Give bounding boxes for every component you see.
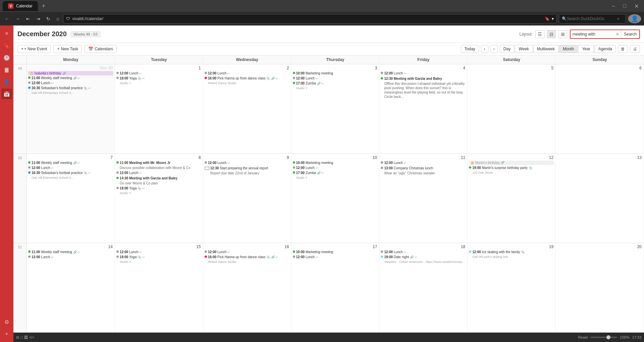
cal-day-dec11[interactable]: 11 12:00 Lunch ↩ 13:00 Company Christmas…	[379, 154, 468, 243]
event-lunch[interactable]: 12:00 Lunch ↩	[205, 250, 290, 254]
event-marketing[interactable]: 10:00 Marketing meeting	[293, 250, 378, 254]
event-lunch[interactable]: 12:00 Lunch ↩	[116, 171, 202, 175]
cal-day-dec18[interactable]: 18 12:00 Lunch ↩ 19:00 Date night 🔗 ↩Var…	[379, 243, 468, 332]
address-bar[interactable]: 🛡 vivaldi://calendar/ 🔖 ▾	[63, 14, 557, 23]
code-icon[interactable]: </>	[29, 335, 35, 339]
tab-multiweek[interactable]: Multiweek	[533, 45, 558, 53]
event-yoga[interactable]: 18:00 Yoga 📎 ↩Studio Y	[116, 186, 202, 195]
event-yoga[interactable]: 18:00 Yoga 📎 ↩Studio Y	[116, 255, 202, 264]
layout-list-button[interactable]: ⊟	[547, 30, 556, 38]
tab-year[interactable]: Year	[578, 45, 594, 53]
cal-day-dec6[interactable]: 6	[556, 64, 644, 154]
sidebar-item-contacts[interactable]: 👤	[1, 76, 12, 87]
event-lunch[interactable]: 12:00 Lunch ↩	[205, 71, 290, 76]
delete-button[interactable]: 🗑	[618, 45, 628, 53]
cal-day-dec16[interactable]: 16 12:00 Lunch ↩ 16:00 Pick Hanna up fro…	[203, 243, 291, 332]
calendars-button[interactable]: 📅 Calendars	[85, 45, 117, 53]
event-weekly-staff[interactable]: 11:00 Weekly staff meeting 🔗 ↩	[28, 76, 113, 80]
birthday-event[interactable]: 🎂 Isabella's birthday 🔗	[28, 71, 113, 75]
event-lunch[interactable]: 12:00 Lunch ↩	[28, 81, 113, 86]
search-button[interactable]: Search	[621, 30, 639, 38]
sidebar-item-calendar[interactable]: 📅	[1, 89, 12, 99]
new-tab-button[interactable]: +	[39, 1, 48, 11]
sidebar-item-tabs[interactable]: ≡	[1, 28, 12, 39]
event-weekly-staff[interactable]: 11:00 Weekly staff meeting 🔗 ↩	[28, 250, 113, 254]
event-xmas-lunch[interactable]: 13:00 Company Christmas lunch Wear an "u…	[381, 166, 466, 175]
event-lunch[interactable]: 12:00 Lunch ↩	[28, 166, 113, 170]
event-dance[interactable]: 16:00 Pick Hanna up from dance class 📎 🔗…	[205, 76, 290, 86]
event-marketing[interactable]: 10:00 Marketing meeting	[293, 161, 378, 165]
sidebar-item-notes[interactable]: 📋	[1, 64, 12, 75]
event-lunch[interactable]: 12:00 Lunch ↩	[381, 250, 466, 254]
cal-day-dec19[interactable]: 19 12:00 Ice skating with the family 📎Oa…	[468, 243, 556, 332]
birthday-event-martin[interactable]: 🎂 Martin's birthday 🔗	[469, 161, 554, 165]
new-event-button[interactable]: + + New Event	[17, 45, 51, 53]
cal-day-dec5[interactable]: 5	[468, 64, 556, 154]
back-button[interactable]: ←	[3, 15, 11, 23]
cal-day-dec2[interactable]: 2 12:00 Lunch ↩ 16:00 Pick Hanna up from…	[203, 64, 291, 154]
event-meeting-garzia[interactable]: 12:30 Meeting with Garzia and Baley Offl…	[381, 76, 466, 99]
sidebar-item-settings[interactable]: ⚙	[1, 317, 12, 327]
calendar-search-input[interactable]	[571, 31, 614, 37]
cal-day-dec12[interactable]: 12 🎂 Martin's birthday 🔗 19:00 Martin's …	[468, 154, 556, 243]
reset-label[interactable]: Reset	[578, 335, 588, 339]
tab-day[interactable]: Day	[500, 45, 514, 53]
maximize-button[interactable]: □	[620, 2, 629, 11]
cal-day-dec13[interactable]: 13	[556, 154, 644, 243]
event-lunch[interactable]: 12:00 Lunch ↩	[28, 255, 113, 260]
first-button[interactable]: ⇤	[24, 15, 32, 23]
layout-compact-button[interactable]: ☰	[535, 30, 544, 38]
event-football[interactable]: 16:30 Sebastian's football practice 📎 ↩O…	[28, 171, 113, 180]
event-zumba[interactable]: 17:00 Zumba 🔗 ↩Studio Y	[293, 171, 378, 180]
event-lunch[interactable]: 12:00 Lunch ↩	[293, 76, 378, 81]
minimize-button[interactable]: –	[609, 2, 618, 11]
browser-search-input[interactable]	[567, 16, 617, 21]
forward-button[interactable]: →	[13, 15, 22, 23]
event-meeting-garzia2[interactable]: 14:30 Meeting with Garzia and Baley Go o…	[116, 176, 202, 185]
image-icon[interactable]: 🖼	[24, 335, 28, 339]
prev-month-button[interactable]: ‹	[481, 45, 488, 53]
event-dance[interactable]: 16:00 Pick Hanna up from dance class 📎 🔗…	[205, 255, 290, 264]
event-zumba[interactable]: 17:00 Zumba 🔗 ↩Studio Y	[293, 81, 378, 91]
cal-day-dec1[interactable]: 1 12:00 Lunch ↩ 18:00 Yoga 📎 ↩Studio Y	[115, 64, 203, 154]
cal-day-dec3[interactable]: 3 10:00 Marketing meeting 12:00 Lunch ↩ …	[291, 64, 380, 154]
zoom-slider[interactable]	[590, 337, 617, 338]
event-weekly-staff[interactable]: 11:00 Weekly staff meeting 🔗 ↩	[28, 161, 113, 165]
cal-day-dec7[interactable]: 7 11:00 Weekly staff meeting 🔗 ↩ 12:00 L…	[27, 154, 115, 243]
new-task-button[interactable]: + New Task	[53, 45, 82, 53]
event-football[interactable]: 16:30 Sebastian's football practice 📎 ↩O…	[28, 86, 113, 95]
event-lunch[interactable]: 12:00 Lunch ↩	[116, 250, 202, 254]
cal-day-dec14[interactable]: 14 11:00 Weekly staff meeting 🔗 ↩ 12:00 …	[27, 243, 115, 332]
sidebar-item-add[interactable]: +	[1, 329, 12, 339]
today-button[interactable]: Today	[461, 45, 479, 53]
tab-month[interactable]: Month	[559, 45, 578, 53]
cal-day-dec20[interactable]: 20	[556, 243, 644, 332]
event-annual-report[interactable]: 12:30 Start preparing the annual report …	[205, 166, 290, 175]
event-date-night[interactable]: 19:00 Date night 🔗 ↩Varadero - Cuban res…	[381, 255, 466, 264]
refresh-button[interactable]: ↻	[44, 15, 52, 23]
event-lunch[interactable]: 12:00 Lunch ↩	[293, 255, 378, 260]
search-clear-button[interactable]: ✕	[614, 32, 621, 37]
layout-grid-button[interactable]: ⊞	[558, 30, 567, 38]
event-lunch[interactable]: 12:00 Lunch ↩	[116, 71, 202, 76]
last-button[interactable]: ⇥	[34, 15, 42, 23]
event-yoga[interactable]: 18:00 Yoga 📎 ↩Studio Y	[116, 76, 202, 86]
cal-day-nov30[interactable]: Nov 30 🎂 Isabella's birthday 🔗 11:00 Wee…	[27, 64, 115, 154]
event-ice-skating[interactable]: 12:00 Ice skating with the family 📎Oak H…	[469, 250, 554, 259]
profile-avatar[interactable]: 👤	[628, 14, 641, 23]
event-marketing[interactable]: 10:00 Marketing meeting	[293, 71, 378, 76]
zoom-handle[interactable]	[606, 335, 610, 339]
cal-day-dec17[interactable]: 17 10:00 Marketing meeting 12:00 Lunch ↩	[291, 243, 380, 332]
panel-icon[interactable]: ⊟	[16, 335, 19, 340]
close-button[interactable]: ✕	[632, 2, 641, 11]
event-lunch[interactable]: 12:00 Lunch ↩	[381, 161, 466, 165]
cal-day-dec15[interactable]: 15 12:00 Lunch ↩ 18:00 Yoga 📎 ↩Studio Y	[115, 243, 203, 332]
home-button[interactable]: ⌂	[54, 15, 61, 23]
cal-day-dec9[interactable]: 9 12:00 Lunch ↩ 12:30 Start preparing th…	[203, 154, 291, 243]
event-martin-party[interactable]: 19:00 Martin's surprise birthday party 📎…	[469, 166, 554, 175]
browser-search-bar[interactable]: 🔍 ▾	[559, 14, 626, 23]
event-lunch[interactable]: 12:00 Lunch ↩	[381, 71, 466, 76]
print-button[interactable]: 🖨	[630, 45, 640, 53]
cal-day-dec8[interactable]: 8 11:00 Meeting with Mr. Moore Jr Discus…	[115, 154, 203, 243]
camera-icon[interactable]: □	[20, 335, 23, 339]
